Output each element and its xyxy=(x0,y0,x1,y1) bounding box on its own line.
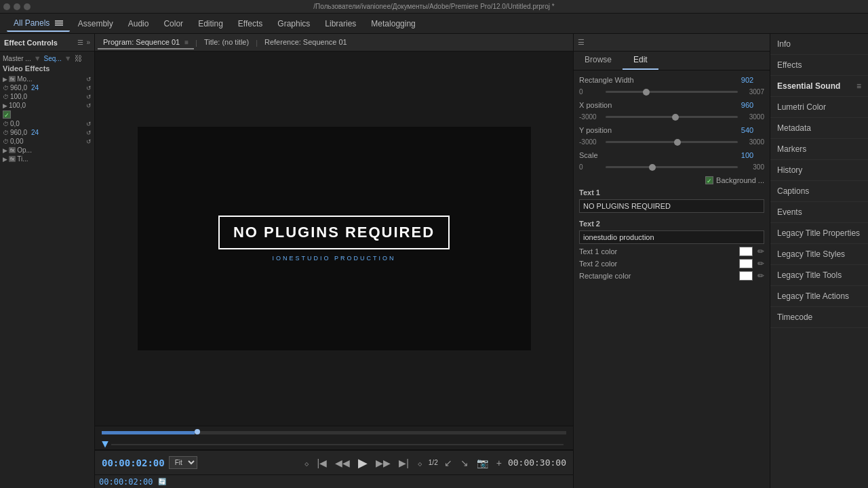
mark-out-button[interactable]: ⬦ xyxy=(415,456,425,470)
panel-item-effects[interactable]: Effects xyxy=(770,55,868,76)
play-button[interactable]: ▶ xyxy=(356,454,370,472)
tab-reference[interactable]: Reference: Sequence 01 xyxy=(259,36,353,49)
rect-width-label: Rectangle Width xyxy=(579,76,654,84)
background-checkbox[interactable]: ✓ xyxy=(705,176,713,184)
panel-item-timecode[interactable]: Timecode xyxy=(770,307,868,328)
rect-width-value[interactable]: 902 xyxy=(730,76,764,84)
rect-width-slider[interactable]: 0 3007 xyxy=(579,88,764,96)
expand-icon-op[interactable]: ▶ xyxy=(3,147,7,154)
progress-thumb[interactable] xyxy=(195,429,200,434)
step-back-button[interactable]: ◀◀ xyxy=(333,456,352,470)
expand-icon[interactable]: ▶ xyxy=(3,76,7,83)
playhead-indicator xyxy=(102,441,108,448)
expand-icon-2[interactable]: ▶ xyxy=(3,102,7,109)
prev-edit-button[interactable]: |◀ xyxy=(315,456,330,470)
x-position-slider[interactable]: -3000 3000 xyxy=(579,113,764,121)
rect-color-picker-icon[interactable]: ✏ xyxy=(757,271,764,281)
effect-label-anchor: 960,0 xyxy=(10,129,27,136)
effect-controls-title: Effect Controls xyxy=(4,39,58,47)
rect-width-thumb[interactable] xyxy=(643,89,650,96)
x-pos-track[interactable] xyxy=(606,116,738,118)
scale-thumb[interactable] xyxy=(649,164,656,171)
scale-slider[interactable]: 0 300 xyxy=(579,163,764,171)
panel-item-info[interactable]: Info xyxy=(770,34,868,55)
total-time-display: 00:00:30:00 xyxy=(508,458,566,468)
export-frame-button[interactable]: 📷 xyxy=(475,456,490,470)
menu-audio[interactable]: Audio xyxy=(121,16,156,31)
menu-effects[interactable]: Effects xyxy=(231,16,269,31)
reset-icon-scalew[interactable]: ↺ xyxy=(86,102,92,109)
timer-icon-5: ⏱ xyxy=(3,138,9,145)
progress-bar[interactable] xyxy=(102,431,566,434)
x-position-value[interactable]: 960 xyxy=(730,101,764,109)
panel-item-legacy-title-styles[interactable]: Legacy Title Styles xyxy=(770,244,868,265)
reset-icon-rot[interactable]: ↺ xyxy=(86,121,92,127)
step-forward-button[interactable]: ▶▶ xyxy=(374,456,393,470)
text1-color-picker-icon[interactable]: ✏ xyxy=(757,247,764,256)
timer-icon-3: ⏱ xyxy=(3,121,9,127)
rect-width-track[interactable] xyxy=(606,91,738,93)
reset-icon-pos[interactable]: ↺ xyxy=(86,85,92,92)
effect-row-scale: ⏱ 100,0 ↺ xyxy=(3,92,92,101)
y-position-value[interactable]: 540 xyxy=(730,126,764,134)
panel-item-legacy-title-props[interactable]: Legacy Title Properties xyxy=(770,223,868,244)
tab-browse[interactable]: Browse xyxy=(574,52,623,70)
next-edit-button[interactable]: ▶| xyxy=(397,456,411,470)
scale-track[interactable] xyxy=(606,166,738,168)
panel-item-essential-sound[interactable]: Essential Sound ≡ xyxy=(770,76,868,97)
panel-menu-icon[interactable]: ☰ xyxy=(77,39,83,46)
panel-expand-icon[interactable]: » xyxy=(86,39,90,46)
text2-color-swatch[interactable] xyxy=(739,259,753,268)
text1-color-swatch[interactable] xyxy=(739,247,753,256)
tab-edit[interactable]: Edit xyxy=(623,52,658,70)
reset-icon-anti[interactable]: ↺ xyxy=(86,138,92,145)
reset-icon-mo[interactable]: ↺ xyxy=(86,76,92,83)
maximize-dot[interactable] xyxy=(24,3,31,10)
fraction-display: 1/2 xyxy=(429,459,438,466)
reset-icon-anchor[interactable]: ↺ xyxy=(86,129,92,136)
y-pos-thumb[interactable] xyxy=(674,139,681,146)
menu-all-panels[interactable]: All Panels xyxy=(7,16,70,32)
text2-color-picker-icon[interactable]: ✏ xyxy=(757,259,764,268)
menu-graphics[interactable]: Graphics xyxy=(271,16,317,31)
expand-icon-ti[interactable]: ▶ xyxy=(3,156,7,163)
text1-input[interactable] xyxy=(579,199,764,213)
panel-item-lumetri[interactable]: Lumetri Color xyxy=(770,97,868,118)
mark-in-button[interactable]: ⬦ xyxy=(302,456,311,470)
reset-icon-scale[interactable]: ↺ xyxy=(86,94,92,100)
add-button[interactable]: + xyxy=(494,456,504,470)
y-pos-track[interactable] xyxy=(606,141,738,143)
scale-value[interactable]: 100 xyxy=(730,151,764,159)
panel-item-metadata[interactable]: Metadata xyxy=(770,118,868,139)
overwrite-button[interactable]: ↘ xyxy=(458,456,471,470)
menu-editing[interactable]: Editing xyxy=(191,16,230,31)
y-position-row: Y position 540 xyxy=(579,126,764,134)
fit-select[interactable]: Fit xyxy=(169,456,197,469)
effect-value-anchor: 24 xyxy=(31,129,39,136)
panel-item-legacy-title-tools[interactable]: Legacy Title Tools xyxy=(770,265,868,286)
panel-item-markers[interactable]: Markers xyxy=(770,139,868,160)
checkbox[interactable]: ✓ xyxy=(3,110,11,119)
panel-item-events[interactable]: Events xyxy=(770,202,868,223)
menu-metalogging[interactable]: Metalogging xyxy=(364,16,422,31)
program-monitor: NO PLUGINS REQUIRED ionestudio productio… xyxy=(95,52,573,426)
tab-title[interactable]: Title: (no title) xyxy=(199,36,254,49)
close-dot[interactable] xyxy=(3,3,10,10)
effect-label-op: Op... xyxy=(17,146,32,154)
monitor-progress[interactable] xyxy=(95,426,573,439)
window-controls xyxy=(3,3,31,10)
panel-item-legacy-title-actions[interactable]: Legacy Title Actions xyxy=(770,286,868,307)
effect-row-pos: ⏱ 960,0 24 ↺ xyxy=(3,83,92,92)
menu-libraries[interactable]: Libraries xyxy=(318,16,363,31)
tab-program[interactable]: Program: Sequence 01 ≡ xyxy=(98,36,194,49)
menu-assembly[interactable]: Assembly xyxy=(71,16,120,31)
minimize-dot[interactable] xyxy=(14,3,20,10)
insert-button[interactable]: ↙ xyxy=(442,456,454,470)
panel-item-captions[interactable]: Captions xyxy=(770,181,868,202)
y-position-slider[interactable]: -3000 3000 xyxy=(579,138,764,146)
text2-input[interactable] xyxy=(579,230,764,244)
panel-item-history[interactable]: History xyxy=(770,160,868,181)
rect-color-swatch[interactable] xyxy=(739,271,753,281)
x-pos-thumb[interactable] xyxy=(672,114,679,121)
menu-color[interactable]: Color xyxy=(157,16,190,31)
